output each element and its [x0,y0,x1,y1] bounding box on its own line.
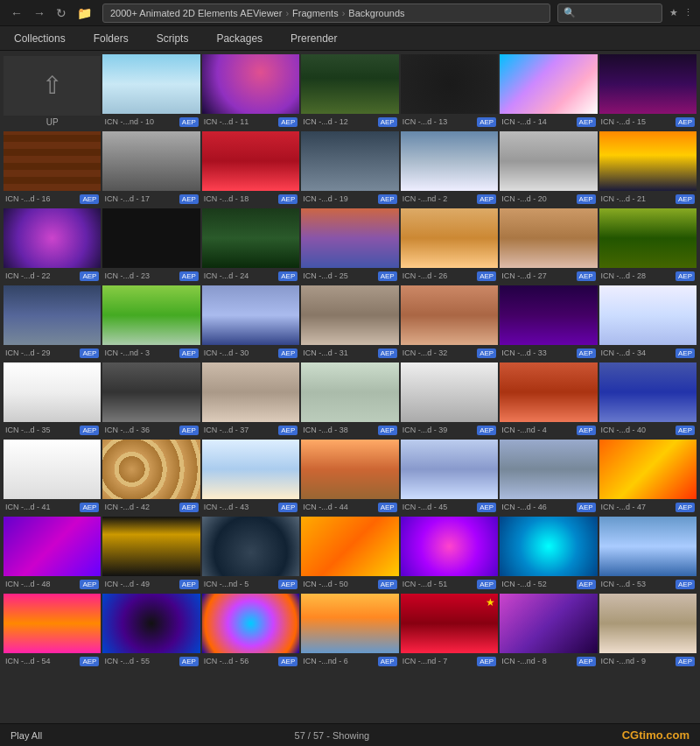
item-name: ICN -...d - 28 [601,271,673,280]
list-item[interactable]: ICN -...d - 13AEP [401,54,498,130]
refresh-button[interactable]: ↻ [52,4,70,22]
item-name: ICN -...d - 30 [204,348,276,357]
aep-badge: AEP [577,194,596,204]
menu-folders[interactable]: Folders [87,29,136,48]
aep-badge: AEP [278,271,298,281]
title-bar: ← → ↻ 📁 2000+ Animated 2D Elements AEVie… [0,0,700,26]
item-name: ICN -...d - 46 [501,503,573,511]
aep-badge: AEP [477,657,496,666]
menu-prerender[interactable]: Prerender [284,29,344,48]
folder-button[interactable]: 📁 [74,4,95,22]
list-item[interactable]: ICN -...d - 24AEP [202,208,299,284]
list-item[interactable]: ICN -...d - 15AEP [599,54,696,130]
list-item[interactable]: ICN -...d - 23AEP [102,208,200,284]
list-item[interactable]: ICN -...d - 16AEP [4,131,101,207]
list-item[interactable]: ICN -...d - 35AEP [4,362,101,438]
list-item[interactable]: ICN -...d - 36AEP [102,362,200,438]
list-item[interactable]: ICN -...d - 54AEP [4,594,101,669]
aep-badge: AEP [80,348,99,358]
list-item[interactable]: ICN -...d - 48AEP [4,517,101,592]
list-item[interactable]: ICN -...nd - 8AEP [500,594,597,669]
list-item[interactable]: ICN -...d - 12AEP [301,54,398,130]
content-area: ⇧ UP ICN -...nd - 10AEPICN -...d - 11AEP… [0,51,700,723]
search-bar[interactable]: 🔍 [557,4,662,23]
nav-buttons: ← → ↻ 📁 [7,4,95,22]
list-item[interactable]: ICN -...d - 55AEP [102,594,200,669]
list-item[interactable]: ICN -...d - 52AEP [500,517,597,592]
forward-button[interactable]: → [30,4,49,22]
list-item[interactable]: ICN -...d - 34AEP [599,285,696,361]
aep-badge: AEP [179,426,199,435]
menu-collections[interactable]: Collections [7,29,73,48]
list-item[interactable]: ICN -...d - 19AEP [301,131,398,207]
list-item[interactable]: ICN -...d - 39AEP [401,362,498,438]
menu-icon[interactable]: ⋮ [683,7,693,18]
list-item[interactable]: ICN -...nd - 4AEP [500,362,597,438]
list-item[interactable]: ICN -...nd - 3AEP [102,285,200,361]
watermark: CGtimo.com [622,728,690,742]
list-item[interactable]: ICN -...d - 46AEP [500,440,597,515]
play-all-button[interactable]: Play All [10,730,42,741]
list-item[interactable]: ICN -...d - 49AEP [102,517,200,592]
list-item[interactable]: ICN -...d - 27AEP [500,208,597,284]
list-item[interactable]: ★ICN -...nd - 7AEP [401,594,498,669]
list-item[interactable]: ICN -...d - 40AEP [599,362,696,438]
item-name: ICN -...d - 24 [204,271,276,280]
list-item[interactable]: ICN -...d - 25AEP [301,208,398,284]
list-item[interactable]: ICN -...d - 20AEP [500,131,597,207]
item-name: ICN -...nd - 5 [204,580,276,588]
thumbnail [401,208,498,268]
thumbnail [202,285,299,345]
menu-packages[interactable]: Packages [209,29,270,48]
list-item[interactable]: ICN -...d - 29AEP [4,285,101,361]
up-folder[interactable]: ⇧ UP [4,54,101,130]
back-button[interactable]: ← [7,4,26,22]
list-item[interactable]: ICN -...d - 53AEP [599,517,696,592]
list-item[interactable]: ICN -...nd - 5AEP [202,517,299,592]
list-item[interactable]: ICN -...d - 41AEP [4,440,101,515]
thumbnail [4,131,101,191]
thumbnail [301,285,398,345]
thumbnail [301,54,398,114]
list-item[interactable]: ICN -...d - 18AEP [202,131,299,207]
list-item[interactable]: ICN -...nd - 6AEP [301,594,398,669]
list-item[interactable]: ICN -...d - 33AEP [500,285,597,361]
thumbnail [500,285,597,345]
list-item[interactable]: ICN -...nd - 9AEP [599,594,696,669]
item-name: ICN -...d - 11 [204,117,276,126]
list-item[interactable]: ICN -...d - 11AEP [202,54,299,130]
list-item[interactable]: ICN -...d - 31AEP [301,285,398,361]
list-item[interactable]: ICN -...d - 42AEP [102,440,200,515]
list-item[interactable]: ICN -...nd - 10AEP [102,54,200,130]
list-item[interactable]: ICN -...d - 45AEP [401,440,498,515]
list-item[interactable]: ICN -...d - 30AEP [202,285,299,361]
breadcrumb-fragments: Fragments [292,8,339,18]
list-item[interactable]: ICN -...d - 51AEP [401,517,498,592]
list-item[interactable]: ICN -...d - 32AEP [401,285,498,361]
list-item[interactable]: ICN -...d - 28AEP [599,208,696,284]
item-name: ICN -...nd - 8 [501,657,573,665]
search-icon: 🔍 [564,7,576,18]
thumbnail [301,131,398,191]
list-item[interactable]: ICN -...d - 14AEP [500,54,597,130]
list-item[interactable]: ICN -...d - 43AEP [202,440,299,515]
thumbnail [599,208,696,268]
list-item[interactable]: ICN -...nd - 2AEP [401,131,498,207]
list-item[interactable]: ICN -...d - 50AEP [301,517,398,592]
list-item[interactable]: ICN -...d - 17AEP [102,131,200,207]
list-item[interactable]: ICN -...d - 56AEP [202,594,299,669]
list-item[interactable]: ICN -...d - 21AEP [599,131,696,207]
list-item[interactable]: ICN -...d - 44AEP [301,440,398,515]
menu-scripts[interactable]: Scripts [150,29,196,48]
star-icon[interactable]: ★ [669,7,678,18]
address-bar[interactable]: 2000+ Animated 2D Elements AEViewer › Fr… [102,4,550,23]
list-item[interactable]: ICN -...d - 37AEP [202,362,299,438]
thumbnail [500,517,597,576]
thumbnail [401,440,498,499]
list-item[interactable]: ICN -...d - 26AEP [401,208,498,284]
list-item[interactable]: ICN -...d - 38AEP [301,362,398,438]
aep-badge: AEP [676,503,695,512]
list-item[interactable]: ICN -...d - 47AEP [599,440,696,515]
list-item[interactable]: ICN -...d - 22AEP [4,208,101,284]
aep-badge: AEP [477,348,496,358]
